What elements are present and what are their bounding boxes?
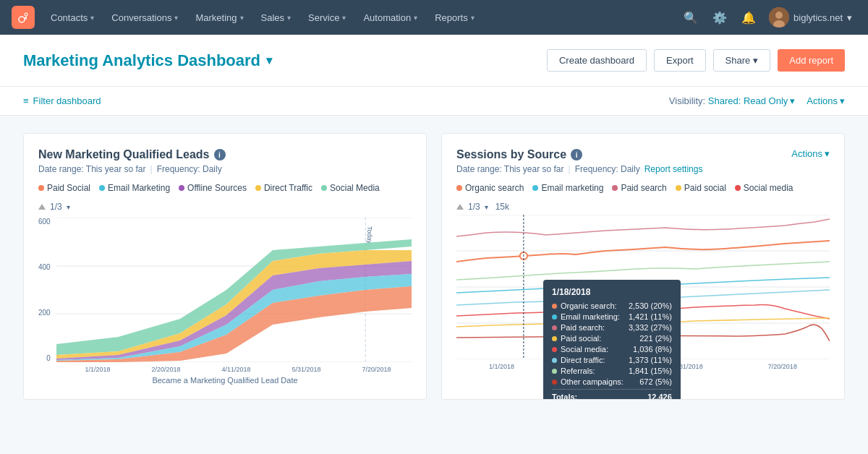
legend-paid-social: Paid social [676, 183, 726, 193]
settings-icon[interactable]: ⚙️ [707, 7, 733, 29]
tooltip-total: Totals: 12,426 [552, 393, 672, 400]
legend-paid-search: Paid search [612, 183, 666, 193]
legend-email-marketing: Email Marketing [99, 183, 170, 193]
title-dropdown-icon[interactable]: ▾ [266, 53, 272, 67]
legend-organic-search: Organic search [456, 183, 524, 193]
chart-tooltip: 1/18/2018 Organic search: 2,530 (20%) Em… [543, 280, 681, 400]
leads-legend: Paid Social Email Marketing Offline Sour… [38, 183, 412, 199]
legend-offline-sources: Offline Sources [179, 183, 247, 193]
visibility-label: Visibility: Shared: Read Only ▾ [669, 95, 796, 106]
export-button[interactable]: Export [654, 49, 706, 72]
tooltip-organic: Organic search: 2,530 (20%) [552, 301, 672, 310]
tooltip-referrals: Referrals: 1,841 (15%) [552, 367, 672, 375]
info-icon[interactable]: i [571, 149, 582, 160]
chevron-down-icon: ▾ [174, 14, 178, 22]
nav-conversations[interactable]: Conversations ▾ [104, 8, 185, 27]
dashboard-header: Marketing Analytics Dashboard ▾ Create d… [0, 35, 868, 87]
nav-contacts[interactable]: Contacts ▾ [43, 8, 101, 27]
top-navigation: Contacts ▾ Conversations ▾ Marketing ▾ S… [0, 0, 868, 35]
chevron-down-icon: ▾ [414, 14, 417, 22]
chevron-down-icon: ▾ [471, 14, 475, 22]
chevron-down-icon: ▾ [67, 203, 70, 211]
sessions-card-title: Sessions by Source i [456, 148, 582, 161]
legend-direct-traffic: Direct Traffic [255, 183, 312, 193]
chevron-down-icon: ▾ [753, 55, 758, 66]
leads-chart: Today [56, 218, 412, 364]
chevron-down-icon: ▾ [240, 14, 244, 22]
sessions-chart-wrapper: 1/18/2018 Organic search: 2,530 (20%) Em… [456, 215, 830, 361]
filter-dashboard-link[interactable]: ≡ Filter dashboard [23, 95, 101, 106]
sessions-card-meta: Date range: This year so far | Frequency… [456, 164, 830, 174]
nav-sales[interactable]: Sales ▾ [254, 8, 299, 27]
legend-social-media: Social media [735, 183, 793, 193]
chevron-down-icon: ▾ [287, 14, 291, 22]
leads-card: New Marketing Qualified Leads i Date ran… [23, 133, 427, 400]
chevron-down-icon: ▾ [825, 148, 830, 159]
nav-automation[interactable]: Automation ▾ [356, 8, 425, 27]
add-report-button[interactable]: Add report [778, 49, 845, 72]
report-settings-link[interactable]: Report settings [644, 164, 703, 174]
info-icon[interactable]: i [214, 149, 226, 160]
legend-paid-social: Paid Social [38, 183, 90, 193]
user-menu[interactable]: biglytics.net ▾ [765, 4, 856, 30]
notifications-icon[interactable]: 🔔 [736, 7, 762, 29]
sessions-legend: Organic search Email marketing Paid sear… [456, 183, 830, 199]
tooltip-paid-social: Paid social: 221 (2%) [552, 334, 672, 343]
nav-marketing[interactable]: Marketing ▾ [188, 8, 250, 27]
leads-card-meta: Date range: This year so far | Frequency… [38, 164, 412, 174]
chevron-down-icon: ▾ [485, 203, 488, 211]
share-button[interactable]: Share ▾ [713, 49, 771, 72]
user-domain: biglytics.net [793, 12, 843, 23]
filter-bar: ≡ Filter dashboard Visibility: Shared: R… [0, 87, 868, 116]
filter-icon: ≡ [23, 95, 29, 106]
leads-pagination: 1/3 ▾ [38, 202, 412, 212]
tooltip-direct: Direct traffic: 1,373 (11%) [552, 356, 672, 364]
tooltip-paid-search: Paid search: 3,332 (27%) [552, 323, 672, 332]
chevron-down-icon: ▾ [342, 14, 346, 22]
nav-reports[interactable]: Reports ▾ [427, 8, 482, 27]
svg-point-1 [25, 14, 27, 16]
chevron-down-icon: ▾ [840, 95, 845, 106]
tooltip-other: Other campaigns: 672 (5%) [552, 377, 672, 386]
sessions-card-header: Sessions by Source i Actions ▾ [456, 148, 830, 161]
svg-point-3 [19, 17, 25, 22]
svg-point-6 [775, 12, 783, 19]
leads-chart-wrapper: 600 400 200 0 Today [38, 218, 412, 364]
sessions-pagination: 1/3 ▾ 15k [456, 202, 830, 212]
x-axis-label: Became a Marketing Qualified Lead Date [38, 376, 412, 385]
nav-service[interactable]: Service ▾ [301, 8, 353, 27]
actions-dropdown[interactable]: Actions ▾ [807, 95, 845, 106]
tooltip-email: Email marketing: 1,421 (11%) [552, 312, 672, 321]
svg-text:Today: Today [366, 226, 373, 244]
sessions-actions-dropdown[interactable]: Actions ▾ [791, 148, 830, 159]
chevron-down-icon: ▾ [790, 95, 795, 106]
legend-email-marketing: Email marketing [532, 183, 603, 193]
hubspot-logo[interactable] [12, 6, 35, 29]
chevron-down-icon: ▾ [90, 14, 94, 22]
create-dashboard-button[interactable]: Create dashboard [547, 49, 647, 72]
avatar [769, 7, 789, 27]
visibility-value[interactable]: Shared: Read Only ▾ [708, 95, 796, 106]
search-icon[interactable]: 🔍 [678, 7, 704, 29]
main-content: New Marketing Qualified Leads i Date ran… [0, 116, 868, 417]
y-axis: 600 400 200 0 [38, 218, 51, 362]
leads-card-header: New Marketing Qualified Leads i [38, 148, 412, 161]
legend-social-media: Social Media [321, 183, 380, 193]
x-axis-labels: 1/1/2018 2/20/2018 4/11/2018 5/31/2018 7… [64, 366, 412, 373]
chevron-down-icon: ▾ [847, 12, 852, 23]
tooltip-social-media: Social media: 1,036 (8%) [552, 345, 672, 354]
dashboard-title: Marketing Analytics Dashboard ▾ [23, 51, 272, 70]
leads-card-title: New Marketing Qualified Leads i [38, 148, 226, 161]
sessions-card: Sessions by Source i Actions ▾ Date rang… [441, 133, 845, 400]
dashboard-actions: Create dashboard Export Share ▾ Add repo… [547, 49, 845, 72]
